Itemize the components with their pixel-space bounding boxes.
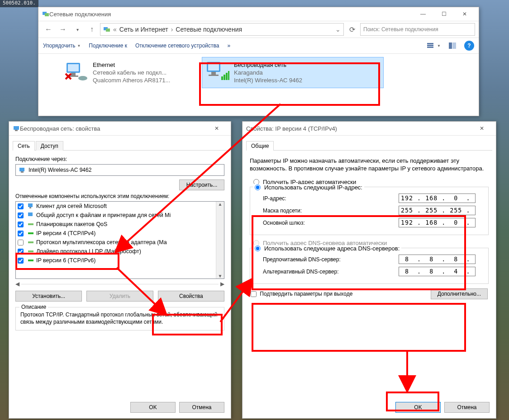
ipv4-titlebar: Свойства: IP версии 4 (TCP/IPv4) ✕ bbox=[243, 122, 496, 136]
item-checkbox[interactable] bbox=[18, 203, 24, 209]
address-bar[interactable]: « Сеть и Интернет › Сетевые подключения … bbox=[100, 23, 344, 36]
connect-via-label: Подключение через: bbox=[15, 156, 224, 162]
adapter-field: Intel(R) Wireless-AC 9462 bbox=[15, 164, 224, 176]
ipv4-close-button[interactable]: ✕ bbox=[471, 122, 492, 135]
list-item: Клиент для сетей Microsoft bbox=[16, 202, 224, 211]
up-button[interactable]: ↑ bbox=[86, 23, 98, 36]
forward-button[interactable]: → bbox=[57, 23, 69, 36]
disable-device-button[interactable]: Отключение сетевого устройства bbox=[135, 42, 219, 49]
ipv4-title: Свойства: IP версии 4 (TCP/IPv4) bbox=[246, 125, 471, 132]
page-watermark: 500502.010. bbox=[0, 0, 38, 7]
radio-use-ip[interactable]: Использовать следующий IP-адрес: bbox=[253, 184, 364, 191]
components-label: Отмеченные компоненты используются этим … bbox=[15, 193, 224, 199]
components-list[interactable]: Клиент для сетей Microsoft Общий доступ … bbox=[15, 201, 224, 279]
svg-rect-4 bbox=[427, 43, 433, 44]
minimize-button[interactable]: — bbox=[413, 7, 433, 21]
ip-label: IP-адрес: bbox=[263, 195, 286, 202]
gateway-input[interactable] bbox=[399, 218, 476, 227]
advanced-button[interactable]: Дополнительно... bbox=[431, 288, 488, 299]
svg-rect-15 bbox=[208, 63, 219, 71]
dns2-input[interactable] bbox=[399, 267, 476, 276]
dns1-label: Предпочитаемый DNS-сервер: bbox=[263, 256, 341, 263]
list-item-ipv4: IP версии 4 (TCP/IPv4) bbox=[16, 229, 224, 238]
tab-network[interactable]: Сеть bbox=[13, 141, 35, 151]
search-box[interactable]: Поиск: Сетевые подключения bbox=[360, 23, 475, 36]
confirm-checkbox[interactable]: Подтвердить параметры при выходе bbox=[251, 291, 352, 297]
install-button[interactable]: Установить... bbox=[15, 291, 82, 302]
adapter-icon bbox=[13, 125, 20, 132]
breadcrumb-prefix: « bbox=[113, 26, 117, 33]
svg-rect-28 bbox=[28, 212, 33, 216]
tab-general[interactable]: Общие bbox=[246, 141, 274, 151]
item-checkbox[interactable] bbox=[18, 240, 24, 245]
svg-rect-31 bbox=[28, 241, 33, 243]
wifi-icon bbox=[206, 61, 229, 81]
tab-access[interactable]: Доступ bbox=[36, 141, 63, 151]
ipv6-icon bbox=[27, 257, 34, 264]
search-placeholder: Поиск: Сетевые подключения bbox=[363, 26, 438, 33]
props-cancel-button[interactable]: Отмена bbox=[179, 402, 224, 413]
item-checkbox[interactable] bbox=[18, 212, 24, 218]
item-checkbox[interactable] bbox=[18, 249, 24, 255]
list-item: Общий доступ к файлам и принтерам для се… bbox=[16, 211, 224, 220]
props-titlebar: Беспроводная сеть: свойства ✕ bbox=[9, 122, 231, 136]
description-legend: Описание bbox=[19, 304, 48, 310]
svg-rect-33 bbox=[28, 260, 33, 261]
connection-wifi[interactable]: Беспроводная сеть Karaganda Intel(R) Wir… bbox=[202, 57, 383, 88]
svg-rect-22 bbox=[14, 126, 19, 130]
wifi-ssid: Karaganda bbox=[234, 69, 302, 76]
remove-button: Удалить bbox=[86, 291, 153, 302]
maximize-button[interactable]: ☐ bbox=[433, 7, 454, 21]
network-connections-window: Сетевые подключения — ☐ ✕ ← → ▾ ↑ « Сеть… bbox=[38, 7, 479, 116]
ipv4-intro: Параметры IP можно назначать автоматичес… bbox=[243, 151, 496, 172]
more-commands[interactable]: » bbox=[227, 42, 230, 49]
connection-ethernet[interactable]: Ethernet Сетевой кабель не подкл... Qual… bbox=[61, 57, 204, 88]
description-text: Протокол TCP/IP. Стандартный протокол гл… bbox=[20, 311, 219, 326]
view-options-icon[interactable]: ▼ bbox=[427, 42, 441, 49]
horiz-scroll-right[interactable]: ▶ bbox=[220, 281, 224, 287]
network-icon bbox=[103, 26, 110, 33]
back-button[interactable]: ← bbox=[42, 23, 55, 36]
explorer-titlebar: Сетевые подключения — ☐ ✕ bbox=[38, 7, 479, 21]
item-checkbox[interactable] bbox=[18, 222, 24, 227]
wifi-properties-dialog: Беспроводная сеть: свойства ✕ Сеть Досту… bbox=[9, 121, 231, 419]
props-ok-button[interactable]: OK bbox=[130, 402, 176, 413]
list-scrollbar[interactable]: ▲▼ bbox=[216, 202, 224, 278]
preview-pane-icon[interactable] bbox=[449, 42, 456, 49]
radio-use-dns[interactable]: Использовать следующие адреса DNS-сервер… bbox=[253, 245, 401, 252]
addr-dropdown-icon[interactable]: ⌄ bbox=[335, 26, 341, 33]
help-icon[interactable]: ? bbox=[464, 41, 474, 51]
ipv4-ok-button[interactable]: OK bbox=[395, 402, 441, 413]
breadcrumb-1[interactable]: Сеть и Интернет bbox=[119, 26, 168, 33]
props-close-button[interactable]: ✕ bbox=[206, 122, 227, 135]
mask-input[interactable] bbox=[399, 206, 476, 215]
connect-to-button[interactable]: Подключение к bbox=[89, 42, 127, 49]
refresh-button[interactable]: ⟳ bbox=[346, 23, 358, 36]
properties-button[interactable]: Свойства bbox=[158, 291, 224, 302]
ip-input[interactable] bbox=[399, 193, 476, 203]
ipv4-cancel-button[interactable]: Отмена bbox=[444, 402, 490, 413]
dns1-input[interactable] bbox=[399, 255, 476, 264]
item-checkbox[interactable] bbox=[18, 258, 24, 264]
svg-rect-18 bbox=[221, 76, 223, 80]
adapter-icon bbox=[19, 166, 26, 174]
organize-menu[interactable]: Упорядочить▼ bbox=[43, 42, 81, 49]
gateway-label: Основной шлюз: bbox=[263, 220, 305, 226]
dns2-label: Альтернативный DNS-сервер: bbox=[263, 269, 339, 275]
ethernet-status: Сетевой кабель не подкл... bbox=[93, 69, 170, 76]
configure-button[interactable]: Настроить... bbox=[179, 179, 224, 190]
close-button[interactable]: ✕ bbox=[454, 7, 475, 21]
item-checkbox[interactable] bbox=[18, 231, 24, 236]
explorer-toolbar: Упорядочить▼ Подключение к Отключение се… bbox=[38, 38, 479, 54]
history-button[interactable]: ▾ bbox=[71, 23, 84, 36]
horiz-scroll-left[interactable]: ◀ bbox=[15, 281, 19, 287]
svg-rect-1 bbox=[45, 13, 49, 16]
mask-label: Маска подсети: bbox=[263, 208, 302, 214]
props-title: Беспроводная сеть: свойства bbox=[20, 125, 206, 132]
svg-rect-21 bbox=[228, 71, 229, 80]
svg-rect-11 bbox=[71, 73, 76, 76]
breadcrumb-2[interactable]: Сетевые подключения bbox=[176, 26, 242, 33]
list-item: Планировщик пакетов QoS bbox=[16, 220, 224, 229]
svg-rect-8 bbox=[452, 42, 456, 49]
svg-rect-19 bbox=[224, 75, 225, 80]
